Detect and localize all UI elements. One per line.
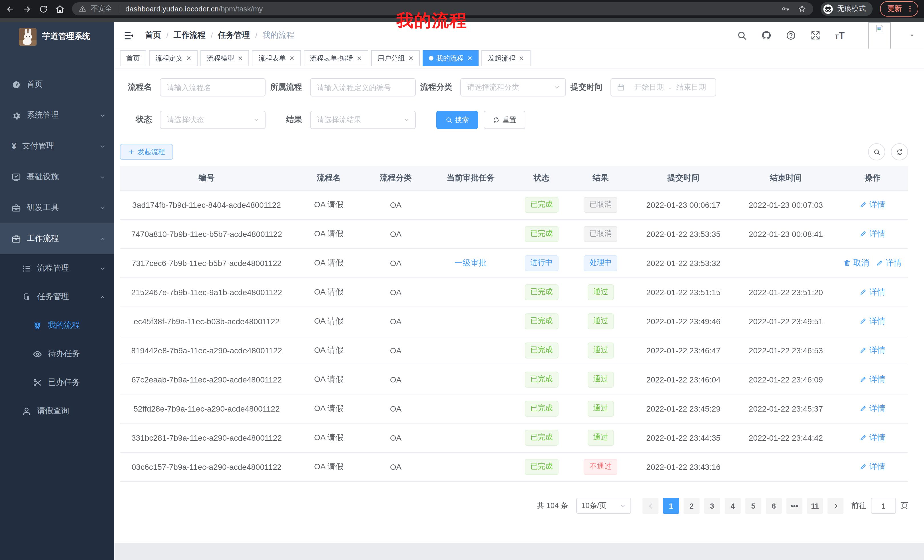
warning-icon[interactable] <box>79 5 86 13</box>
font-size-icon[interactable]: TT <box>835 30 844 40</box>
tab-process-definition[interactable]: 流程定义✕ <box>149 50 198 66</box>
back-icon[interactable] <box>6 4 15 13</box>
sidebar-item-infrastructure[interactable]: 基础设施 <box>0 162 114 192</box>
search-icon[interactable] <box>736 30 747 40</box>
tab-close-icon[interactable]: ✕ <box>467 54 472 62</box>
app-logo-row[interactable]: 芋道管理系统 <box>0 22 114 51</box>
reload-icon[interactable] <box>39 4 48 13</box>
tab-close-icon[interactable]: ✕ <box>408 54 414 62</box>
toggle-search-button[interactable] <box>868 143 885 160</box>
goto-page-input[interactable] <box>871 498 896 514</box>
home-icon[interactable] <box>56 4 64 13</box>
sidebar-item-done-tasks[interactable]: 已办任务 <box>0 368 114 397</box>
url-text[interactable]: dashboard.yudao.iocoder.cn/bpm/task/my <box>125 4 263 13</box>
page-button-11[interactable]: 11 <box>807 498 823 514</box>
cell-process-name: OA 请假 <box>293 307 364 336</box>
table-row: 3ad174fb-7b9d-11ec-8404-acde48001122OA 请… <box>120 190 908 220</box>
sidebar-collapse-icon[interactable] <box>123 30 134 41</box>
pages-ellipsis[interactable]: ••• <box>786 498 802 514</box>
date-end-placeholder[interactable]: 结束日期 <box>672 82 710 93</box>
prev-page-button[interactable] <box>642 498 658 514</box>
sidebar-item-workflow[interactable]: 工作流程 <box>0 223 114 254</box>
tab-process-form-edit[interactable]: 流程表单-编辑✕ <box>303 50 368 66</box>
filter-process-label: 所属流程 <box>270 82 302 93</box>
sidebar-item-devtools[interactable]: 研发工具 <box>0 192 114 223</box>
start-process-button[interactable]: 发起流程 <box>120 144 173 160</box>
breadcrumb-item[interactable]: 工作流程 <box>174 30 206 40</box>
breadcrumb-item[interactable]: 首页 <box>145 30 161 40</box>
sidebar-item-payment[interactable]: ¥支付管理 <box>0 131 114 162</box>
avatar-caret-icon[interactable] <box>909 33 915 38</box>
chevron-down-icon <box>99 112 106 118</box>
table-toolbar: 发起流程 <box>120 143 908 160</box>
detail-link[interactable]: 详情 <box>860 229 885 239</box>
app-title: 芋道管理系统 <box>42 31 90 42</box>
breadcrumb-item[interactable]: 任务管理 <box>218 30 250 40</box>
tab-start-process[interactable]: 发起流程✕ <box>482 50 530 66</box>
page-button-3[interactable]: 3 <box>704 498 720 514</box>
next-page-button[interactable] <box>828 498 843 514</box>
help-icon[interactable] <box>786 30 796 40</box>
refresh-table-button[interactable] <box>891 143 908 160</box>
tab-my-process[interactable]: 我的流程✕ <box>423 50 478 66</box>
address-bar[interactable]: 不安全 dashboard.yudao.iocoder.cn/bpm/task/… <box>72 2 813 15</box>
submit-time-range-picker[interactable]: 开始日期 - 结束日期 <box>610 78 716 96</box>
status-select[interactable]: 请选择状态 <box>160 111 266 129</box>
github-icon[interactable] <box>761 30 771 40</box>
tab-user-group[interactable]: 用户分组✕ <box>371 50 420 66</box>
reset-button[interactable]: 重置 <box>484 111 525 129</box>
detail-link[interactable]: 详情 <box>860 287 885 297</box>
date-start-placeholder[interactable]: 开始日期 <box>630 82 668 93</box>
sidebar-item-task-management[interactable]: 任务管理 <box>0 283 114 311</box>
page-button-1[interactable]: 1 <box>663 498 679 514</box>
tab-close-icon[interactable]: ✕ <box>289 54 294 62</box>
chevron-up-icon <box>99 294 106 300</box>
cancel-link[interactable]: 取消 <box>843 258 869 268</box>
page-size-select[interactable]: 10条/页 <box>576 498 631 514</box>
tab-close-icon[interactable]: ✕ <box>357 54 362 62</box>
tab-close-icon[interactable]: ✕ <box>519 54 524 62</box>
filter-result: 结果 请选择流结果 <box>270 111 416 129</box>
process-definition-input[interactable] <box>310 78 416 96</box>
tab-process-model[interactable]: 流程模型✕ <box>201 50 249 66</box>
main-content: 流程名 所属流程 流程分类 请选择流程分类 <box>114 69 924 543</box>
forward-icon[interactable] <box>22 4 32 13</box>
fullscreen-icon[interactable] <box>810 30 820 40</box>
tab-home[interactable]: 首页 <box>120 50 146 66</box>
current-task-link[interactable]: 一级审批 <box>454 258 486 268</box>
detail-link[interactable]: 详情 <box>860 433 885 443</box>
page-button-4[interactable]: 4 <box>725 498 741 514</box>
tab-close-icon[interactable]: ✕ <box>186 54 191 62</box>
browser-menu-icon[interactable] <box>906 5 914 13</box>
bookmark-star-icon[interactable] <box>798 4 806 13</box>
detail-link[interactable]: 详情 <box>860 374 885 385</box>
sidebar-item-home[interactable]: 首页 <box>0 69 114 100</box>
search-button[interactable]: 搜索 <box>436 111 478 129</box>
sidebar-filler <box>0 425 114 560</box>
browser-update-button[interactable]: 更新 <box>880 1 918 16</box>
sidebar-item-system[interactable]: 系统管理 <box>0 100 114 131</box>
detail-link[interactable]: 详情 <box>860 316 885 326</box>
sidebar-item-leave-query[interactable]: 请假查询 <box>0 397 114 425</box>
detail-link[interactable]: 详情 <box>860 404 885 414</box>
cell-actions: 详情 <box>837 307 908 336</box>
avatar[interactable] <box>868 22 891 49</box>
category-select[interactable]: 请选择流程分类 <box>460 78 566 96</box>
process-name-input[interactable] <box>160 78 266 96</box>
sidebar-item-todo-tasks[interactable]: 待办任务 <box>0 340 114 368</box>
tab-close-icon[interactable]: ✕ <box>238 54 243 62</box>
key-icon[interactable] <box>781 4 790 13</box>
tab-process-form[interactable]: 流程表单✕ <box>252 50 301 66</box>
page-button-6[interactable]: 6 <box>766 498 782 514</box>
detail-link[interactable]: 详情 <box>876 258 902 268</box>
page-button-5[interactable]: 5 <box>745 498 761 514</box>
detail-link[interactable]: 详情 <box>860 462 885 472</box>
detail-link[interactable]: 详情 <box>860 345 885 356</box>
page-button-2[interactable]: 2 <box>684 498 700 514</box>
cell-end-time: 2022-01-22 23:49:51 <box>735 307 837 336</box>
detail-link[interactable]: 详情 <box>860 200 885 210</box>
column-header: 当前审批任务 <box>427 166 514 190</box>
sidebar-item-my-process[interactable]: 我的流程 <box>0 311 114 340</box>
result-select[interactable]: 请选择流结果 <box>310 111 416 129</box>
sidebar-item-process-management[interactable]: 流程管理 <box>0 254 114 283</box>
